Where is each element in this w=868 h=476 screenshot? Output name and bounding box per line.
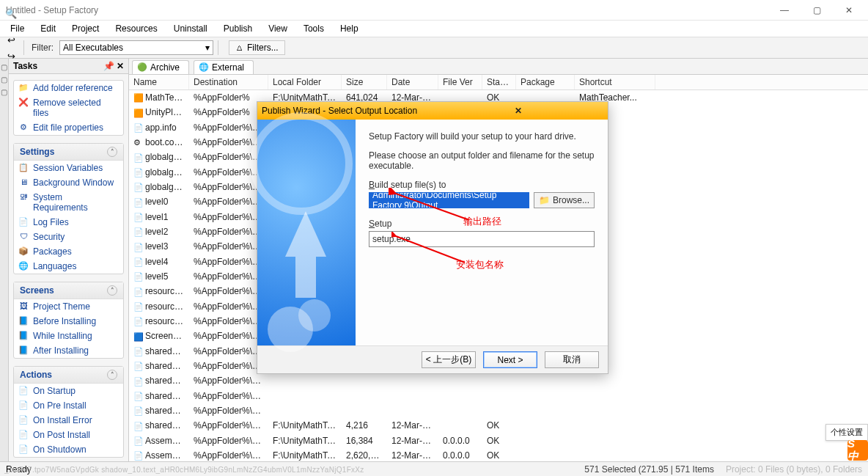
external-icon: 🌐 xyxy=(199,62,209,72)
output-path-input[interactable]: Administrator\Documents\Setup Factory 9\… xyxy=(369,192,529,208)
task-project-theme[interactable]: 🖼Project Theme xyxy=(14,299,123,314)
window-maximize-button[interactable]: ▢ xyxy=(801,1,833,19)
file-icon: 📄 xyxy=(133,317,144,326)
menu-resources[interactable]: Resources xyxy=(108,22,164,35)
task-languages[interactable]: 🌐Languages xyxy=(14,259,123,274)
file-list-header: NameDestinationLocal FolderSizeDateFile … xyxy=(129,75,868,90)
next-button[interactable]: Next > xyxy=(483,351,537,368)
menu-uninstall[interactable]: Uninstall xyxy=(166,22,215,35)
table-row[interactable]: 📄sharedasse...%AppFolder%\M... xyxy=(129,389,868,403)
file-icon: 📄 xyxy=(133,123,144,133)
menu-project[interactable]: Project xyxy=(65,22,106,35)
filters-button[interactable]: 🜂 Filters... xyxy=(229,40,285,55)
pin-icon[interactable]: 📌 xyxy=(103,61,114,71)
file-icon: 📄 xyxy=(133,451,144,461)
file-icon: ⚙ xyxy=(133,138,144,147)
column-header-shortcut[interactable]: Shortcut xyxy=(575,75,655,89)
dock-icon[interactable]: ▢ xyxy=(1,63,7,71)
group-header-actions[interactable]: Actions˄ xyxy=(14,367,123,384)
menu-publish[interactable]: Publish xyxy=(216,22,260,35)
column-header-file-ver[interactable]: File Ver xyxy=(438,75,482,89)
task-on-install-error[interactable]: 📄On Install Error xyxy=(14,413,123,428)
task-system-requirements[interactable]: 🖳System Requirements xyxy=(14,190,123,215)
column-header-destination[interactable]: Destination xyxy=(189,75,268,89)
task-while-installing[interactable]: 📘While Installing xyxy=(14,329,123,343)
table-row[interactable]: 📄Assembly-...%AppFolder%\Mat...F:\UnityM… xyxy=(129,448,868,461)
setup-filename-input[interactable]: setup.exe xyxy=(369,231,595,247)
column-header-package[interactable]: Package xyxy=(516,75,575,89)
close-icon[interactable]: ✕ xyxy=(117,61,124,71)
task-log-files[interactable]: 📄Log Files xyxy=(14,215,123,230)
task-icon: 📁 xyxy=(18,83,29,92)
column-header-local-folder[interactable]: Local Folder xyxy=(268,75,342,89)
table-row[interactable]: 📄sharedasse...%AppFolder%\M... xyxy=(129,373,868,388)
task-on-pre-install[interactable]: 📄On Pre Install xyxy=(14,398,123,413)
task-icon: 📘 xyxy=(18,331,29,340)
dock-icon[interactable]: ▢ xyxy=(1,76,7,84)
task-before-installing[interactable]: 📘Before Installing xyxy=(14,314,123,329)
left-docking-strip: ▢ ▢ ▢ xyxy=(0,59,9,461)
menu-edit[interactable]: Edit xyxy=(33,22,63,35)
status-selected: 571 Selected (271.95 | 571 Items xyxy=(584,464,714,475)
menu-view[interactable]: View xyxy=(261,22,295,35)
build-to-label: BBuild setup file(s) touild setup file(s… xyxy=(369,180,595,190)
task-remove-selected-files[interactable]: ❌Remove selected files xyxy=(14,95,123,120)
menubar: FileEditProjectResourcesUninstallPublish… xyxy=(0,21,868,37)
task-packages[interactable]: 📦Packages xyxy=(14,244,123,259)
filter-select[interactable]: All Executables ▾ xyxy=(59,40,213,55)
task-icon: 📄 xyxy=(18,386,29,395)
ime-logo-icon[interactable]: S 中 xyxy=(847,440,868,461)
task-icon: 📄 xyxy=(18,415,29,425)
file-icon: 📄 xyxy=(133,436,144,446)
chevron-down-icon: ▾ xyxy=(205,43,210,53)
column-header-status[interactable]: Status xyxy=(482,75,516,89)
task-on-shutdown[interactable]: 📄On Shutdown xyxy=(14,442,123,457)
group-header-screens[interactable]: Screens˄ xyxy=(14,282,123,299)
column-header-size[interactable]: Size xyxy=(342,75,387,89)
task-background-window[interactable]: 🖥Background Window xyxy=(14,175,123,190)
menu-help[interactable]: Help xyxy=(333,22,366,35)
column-header-date[interactable]: Date xyxy=(387,75,438,89)
file-icon: 📄 xyxy=(133,257,144,267)
task-after-installing[interactable]: 📘After Installing xyxy=(14,343,123,358)
tab-archive[interactable]: 🟢Archive xyxy=(132,60,189,74)
task-session-variables[interactable]: 📋Session Variables xyxy=(14,161,123,175)
window-close-button[interactable]: ✕ xyxy=(833,1,865,19)
dock-icon[interactable]: ▢ xyxy=(1,88,7,96)
file-icon: 🟦 xyxy=(133,332,144,342)
toolbar-button-7[interactable]: ↩ xyxy=(3,32,19,48)
task-on-post-install[interactable]: 📄On Post Install xyxy=(14,428,123,442)
task-security[interactable]: 🛡Security xyxy=(14,230,123,244)
dialog-close-button[interactable]: ✕ xyxy=(433,106,603,116)
column-header-name[interactable]: Name xyxy=(129,75,189,89)
file-icon: 📄 xyxy=(133,168,144,177)
task-add-folder-reference[interactable]: 📁Add folder reference xyxy=(14,81,123,95)
task-edit-file-properties[interactable]: ⚙Edit file properties xyxy=(14,120,123,135)
back-button[interactable]: < 上一步(B) xyxy=(422,351,476,368)
task-on-startup[interactable]: 📄On Startup xyxy=(14,384,123,398)
tasks-panel-header: Tasks 📌 ✕ xyxy=(9,59,128,74)
browse-button[interactable]: 📁Browse... xyxy=(534,192,595,208)
task-icon: ❌ xyxy=(18,98,29,107)
archive-icon: 🟢 xyxy=(137,62,147,72)
table-row[interactable]: 📄sharedasse...%AppFolder%\Mat...F:\Unity… xyxy=(129,418,868,433)
statusbar: Ready 571 Selected (271.95 | 571 Items P… xyxy=(0,461,868,476)
file-icon: 📄 xyxy=(133,227,144,237)
toolbar-button-6[interactable]: 🔍 xyxy=(3,5,19,21)
dialog-sidebar-graphic xyxy=(257,120,356,345)
publish-wizard-dialog: Publish Wizard - Select Output Location … xyxy=(257,101,608,374)
toolbar: 📄📂💾➕📁❌🔍↩↪✂📋📋⟳⚙❔▾ Filter: All Executables… xyxy=(0,37,868,59)
tasks-title: Tasks xyxy=(13,61,37,71)
tab-external[interactable]: 🌐External xyxy=(194,60,254,74)
status-project: Project: 0 Files (0 bytes), 0 Folders xyxy=(726,464,862,475)
toolbar-separator xyxy=(218,40,218,55)
window-minimize-button[interactable]: — xyxy=(768,1,801,19)
task-icon: ⚙ xyxy=(18,122,29,132)
table-row[interactable]: 📄sharedasse...%AppFolder%\M... xyxy=(129,403,868,418)
task-icon: 📦 xyxy=(18,246,29,256)
task-icon: 📄 xyxy=(18,430,29,439)
group-header-settings[interactable]: Settings˄ xyxy=(14,144,123,161)
menu-tools[interactable]: Tools xyxy=(296,22,331,35)
table-row[interactable]: 📄Assembly-...%AppFolder%\Mat...F:\UnityM… xyxy=(129,433,868,448)
cancel-button[interactable]: 取消 xyxy=(545,351,599,368)
